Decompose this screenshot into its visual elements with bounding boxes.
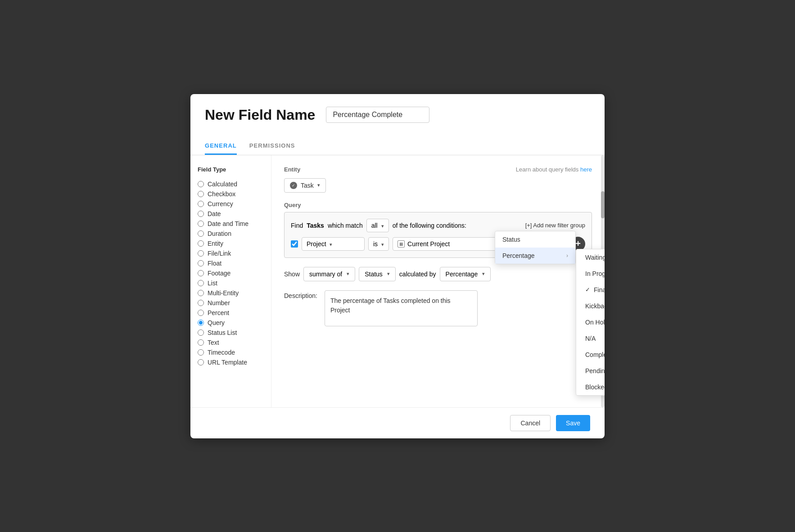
field-type-label-list: List	[208, 280, 217, 287]
current-project-icon: ▦	[398, 240, 405, 248]
dropdown-item-status[interactable]: Status	[495, 231, 575, 248]
all-dropdown[interactable]: all ▾	[366, 219, 389, 232]
field-type-label-entity: Entity	[208, 240, 223, 247]
radio-duration[interactable]	[198, 230, 204, 237]
field-type-filelink[interactable]: File/Link	[198, 248, 264, 258]
which-match-text: which match	[328, 222, 363, 229]
field-type-duration[interactable]: Duration	[198, 229, 264, 239]
sub-item-pendingreview[interactable]: Pending Review	[576, 363, 605, 379]
radio-date-time[interactable]	[198, 221, 204, 227]
sub-item-na-label: N/A	[585, 335, 596, 342]
field-type-footage[interactable]: Footage	[198, 268, 264, 278]
field-name-input[interactable]	[326, 107, 429, 123]
field-type-text[interactable]: Text	[198, 338, 264, 347]
query-label: Query	[284, 202, 592, 208]
show-row: Show summary of ▾ Status ▾ calculated by…	[284, 267, 592, 281]
show-label: Show	[284, 271, 300, 278]
filter-checkbox[interactable]	[291, 240, 298, 248]
radio-footage[interactable]	[198, 270, 204, 276]
sub-item-blocked[interactable]: Blocked	[576, 379, 605, 395]
sub-item-complete[interactable]: Complete	[576, 347, 605, 363]
description-box[interactable]: The percentage of Tasks completed on thi…	[325, 290, 478, 326]
find-text: Find	[291, 222, 303, 229]
tab-general[interactable]: GENERAL	[205, 138, 237, 155]
field-type-label-date: Date	[208, 210, 221, 217]
field-type-date-time[interactable]: Date and Time	[198, 219, 264, 229]
field-type-label-query: Query	[208, 319, 225, 326]
dropdown-percentage-label: Percentage	[502, 252, 535, 259]
sub-item-final[interactable]: ✓ Final	[576, 282, 605, 298]
sidebar: Field Type Calculated Checkbox Currency …	[190, 155, 271, 407]
radio-multientity[interactable]	[198, 290, 204, 296]
field-type-list[interactable]: List	[198, 278, 264, 288]
add-filter-button[interactable]: [+] Add new filter group	[525, 222, 585, 229]
radio-number[interactable]	[198, 300, 204, 306]
entity-select-wrap: ✓ Task ▾	[284, 178, 592, 193]
modal-footer: Cancel Save	[190, 407, 605, 438]
radio-timecode[interactable]	[198, 349, 204, 356]
dropdown-item-percentage[interactable]: Percentage ›	[495, 248, 575, 264]
sub-item-inprogress[interactable]: In Progress	[576, 266, 605, 282]
modal-header: New Field Name	[190, 94, 605, 123]
field-type-timecode[interactable]: Timecode	[198, 347, 264, 357]
show-field-dropdown[interactable]: Status ▾	[359, 267, 396, 281]
filter-field-chevron-icon: ▾	[330, 242, 332, 247]
sub-item-waiting-label: Waiting to Start	[585, 254, 605, 261]
cancel-button[interactable]: Cancel	[510, 415, 551, 431]
radio-currency[interactable]	[198, 201, 204, 207]
radio-list[interactable]	[198, 280, 204, 286]
sub-item-na[interactable]: N/A	[576, 330, 605, 347]
field-type-statuslist[interactable]: Status List	[198, 328, 264, 338]
field-type-checkbox[interactable]: Checkbox	[198, 189, 264, 199]
entity-dropdown[interactable]: ✓ Task ▾	[284, 178, 326, 193]
radio-query[interactable]	[198, 320, 204, 326]
sub-item-onhold[interactable]: On Hold	[576, 314, 605, 330]
save-button[interactable]: Save	[556, 415, 590, 431]
page-title: New Field Name	[205, 107, 315, 123]
field-type-label-urltemplate: URL Template	[208, 359, 247, 366]
calculated-by-text: calculated by	[399, 271, 436, 278]
radio-float[interactable]	[198, 260, 204, 266]
field-type-urltemplate[interactable]: URL Template	[198, 357, 264, 367]
dropdown-percentage-chevron-icon: ›	[566, 252, 568, 259]
filter-value-text: Current Project	[407, 240, 450, 248]
help-link[interactable]: Learn about query fields here	[516, 166, 592, 173]
radio-calculated[interactable]	[198, 181, 204, 187]
radio-percent[interactable]	[198, 310, 204, 316]
sub-item-pendingreview-label: Pending Review	[585, 367, 605, 374]
calculated-by-dropdown[interactable]: Percentage ▾	[440, 267, 491, 281]
show-field-chevron-icon: ▾	[387, 271, 390, 277]
radio-entity[interactable]	[198, 240, 204, 247]
sub-item-waiting[interactable]: Waiting to Start	[576, 249, 605, 266]
field-type-float[interactable]: Float	[198, 258, 264, 268]
radio-text[interactable]	[198, 339, 204, 346]
field-type-multientity[interactable]: Multi-Entity	[198, 288, 264, 298]
sub-item-kickback[interactable]: Kickback	[576, 298, 605, 314]
radio-statuslist[interactable]	[198, 329, 204, 336]
radio-urltemplate[interactable]	[198, 359, 204, 365]
field-type-label-float: Float	[208, 260, 221, 267]
field-type-percent[interactable]: Percent	[198, 308, 264, 318]
radio-checkbox[interactable]	[198, 191, 204, 197]
dropdown-status-label: Status	[502, 236, 520, 243]
show-summary-chevron-icon: ▾	[347, 271, 349, 277]
filter-operator-dropdown[interactable]: is ▾	[368, 237, 389, 251]
help-text: Learn about query fields	[516, 166, 578, 173]
field-type-date[interactable]: Date	[198, 209, 264, 219]
field-type-currency[interactable]: Currency	[198, 199, 264, 209]
field-type-number[interactable]: Number	[198, 298, 264, 308]
radio-filelink[interactable]	[198, 250, 204, 257]
show-summary-dropdown[interactable]: summary of ▾	[303, 267, 355, 281]
field-type-label-timecode: Timecode	[208, 349, 235, 356]
help-link-anchor[interactable]: here	[580, 166, 592, 173]
field-type-label-footage: Footage	[208, 270, 230, 277]
sub-item-final-label: Final	[594, 286, 605, 293]
tab-permissions[interactable]: PERMISSIONS	[249, 138, 295, 155]
query-row: Find Tasks which match all ▾ of the foll…	[291, 219, 585, 232]
field-type-entity[interactable]: Entity	[198, 239, 264, 248]
scrollbar-thumb	[601, 191, 605, 218]
filter-field-dropdown[interactable]: Project ▾	[302, 237, 365, 251]
field-type-calculated[interactable]: Calculated	[198, 179, 264, 189]
field-type-query[interactable]: Query	[198, 318, 264, 328]
radio-date[interactable]	[198, 211, 204, 217]
